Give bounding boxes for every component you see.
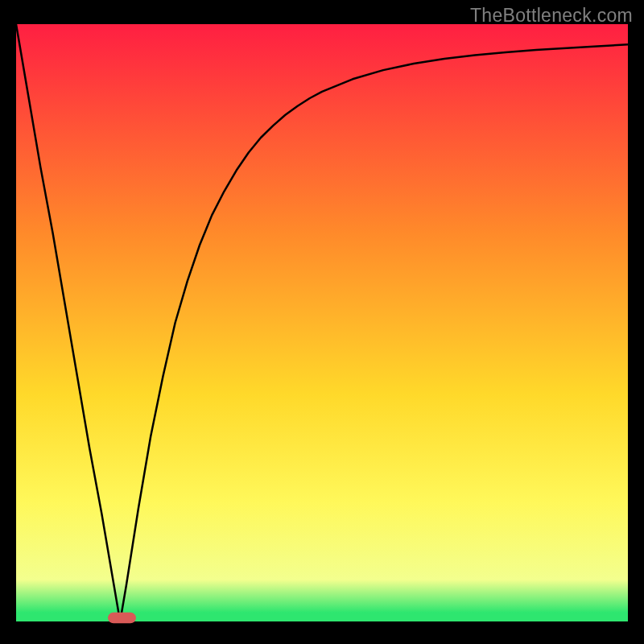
bottleneck-chart xyxy=(0,0,644,644)
plot-area xyxy=(16,24,628,621)
watermark-text: TheBottleneck.com xyxy=(470,5,633,27)
optimal-marker xyxy=(108,613,136,623)
